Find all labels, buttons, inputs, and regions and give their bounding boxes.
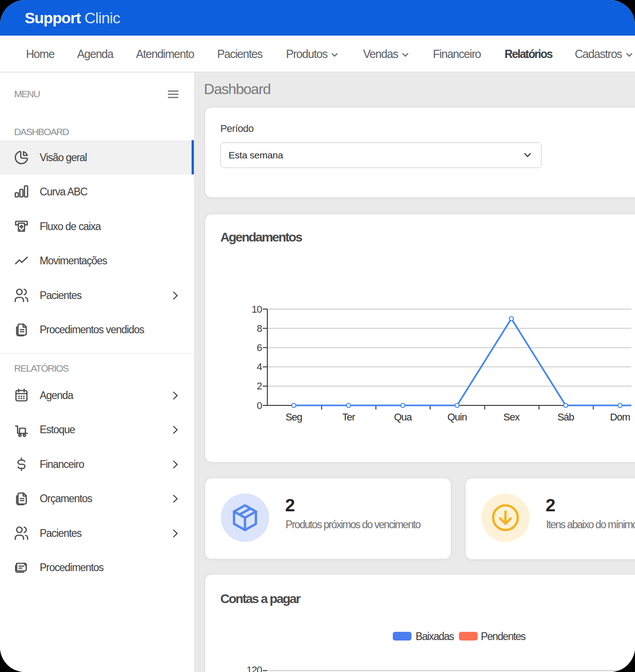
svg-text:Sex: Sex bbox=[504, 411, 520, 423]
svg-text:8: 8 bbox=[257, 323, 262, 334]
svg-text:4: 4 bbox=[257, 361, 262, 373]
svg-text:2: 2 bbox=[257, 380, 262, 392]
svg-text:120: 120 bbox=[246, 664, 262, 672]
svg-text:0: 0 bbox=[257, 400, 262, 411]
svg-text:Sáb: Sáb bbox=[557, 411, 574, 423]
svg-text:Dom: Dom bbox=[610, 411, 630, 423]
svg-text:Quin: Quin bbox=[448, 411, 467, 423]
svg-text:10: 10 bbox=[252, 304, 262, 315]
svg-text:Qua: Qua bbox=[394, 411, 412, 423]
svg-text:6: 6 bbox=[257, 342, 262, 353]
svg-text:Ter: Ter bbox=[342, 411, 355, 423]
svg-text:Seg: Seg bbox=[286, 411, 302, 423]
